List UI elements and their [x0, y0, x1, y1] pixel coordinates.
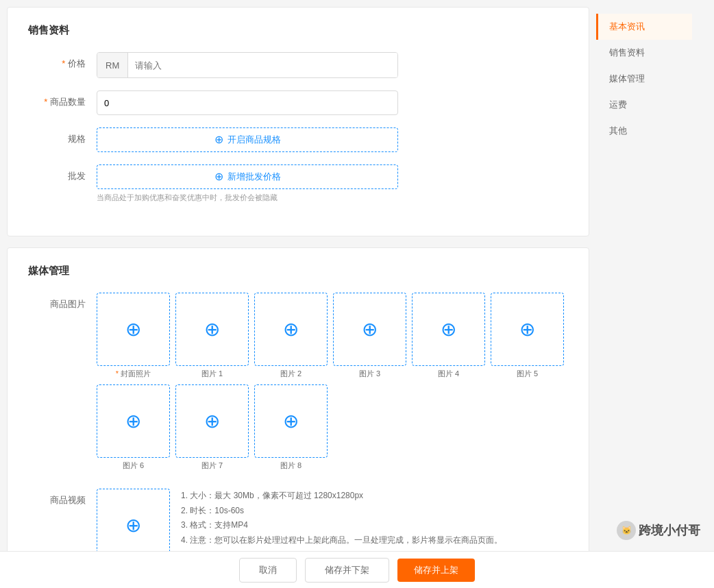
video-info-2: 2. 时长：10s-60s [181, 504, 568, 519]
image-item-0: ⊕ 封面照片 [97, 293, 170, 379]
image-upload-1[interactable]: ⊕ [175, 293, 249, 366]
watermark-text: 跨境小付哥 [639, 522, 700, 539]
image-label-2: 图片 2 [254, 369, 328, 379]
image-item-5: ⊕ 图片 5 [491, 293, 564, 379]
sidebar-nav: 基本资讯 销售资料 媒体管理 运费 其他 [596, 14, 692, 144]
quantity-label: 商品数量 [28, 90, 97, 108]
publish-button[interactable]: 储存并上架 [397, 559, 475, 582]
price-input[interactable] [128, 53, 397, 77]
image-item-3: ⊕ 图片 3 [333, 293, 406, 379]
save-button[interactable]: 储存并下架 [305, 558, 389, 583]
quantity-row: 商品数量 [28, 90, 568, 115]
image-upload-7[interactable]: ⊕ [175, 384, 249, 458]
price-row: 价格 RM [28, 52, 568, 78]
image-upload-6[interactable]: ⊕ [97, 384, 170, 458]
images-row: 商品图片 ⊕ 封面照片 ⊕ 图片 1 ⊕ [28, 293, 568, 476]
image-label-8: 图片 8 [254, 461, 328, 471]
wholesale-btn-label: 新增批发价格 [227, 171, 281, 183]
video-info-3: 3. 格式：支持MP4 [181, 518, 568, 533]
open-spec-button[interactable]: ⊕ 开启商品规格 [97, 127, 398, 152]
image-upload-8[interactable]: ⊕ [254, 384, 328, 458]
sidebar: 基本资讯 销售资料 媒体管理 运费 其他 [596, 7, 692, 588]
image-item-4: ⊕ 图片 4 [412, 293, 485, 379]
sidebar-item-media[interactable]: 媒体管理 [596, 66, 692, 92]
cancel-button[interactable]: 取消 [239, 558, 297, 583]
bottom-bar: 取消 储存并下架 储存并上架 [0, 551, 714, 588]
image-item-7: ⊕ 图片 7 [175, 384, 249, 471]
image-upload-5[interactable]: ⊕ [491, 293, 564, 366]
spec-plus-icon: ⊕ [214, 134, 223, 145]
quantity-input[interactable] [97, 90, 398, 115]
wholesale-label: 批发 [28, 164, 97, 182]
spec-btn-label: 开启商品规格 [227, 134, 281, 146]
sales-title: 销售资料 [28, 24, 568, 37]
images-label: 商品图片 [28, 293, 97, 310]
sidebar-item-basic[interactable]: 基本资讯 [596, 14, 692, 40]
sidebar-item-other[interactable]: 其他 [596, 118, 692, 144]
add-wholesale-button[interactable]: ⊕ 新增批发价格 [97, 164, 398, 189]
wholesale-control: ⊕ 新增批发价格 当商品处于加购优惠和奋奖优惠中时，批发价会被隐藏 [97, 164, 568, 203]
image-item-1: ⊕ 图片 1 [175, 293, 249, 379]
sidebar-label-sales: 销售资料 [609, 47, 645, 58]
price-prefix: RM [97, 53, 128, 77]
image-label-7: 图片 7 [175, 461, 249, 471]
image-label-5: 图片 5 [491, 369, 564, 379]
media-section: 媒体管理 商品图片 ⊕ 封面照片 ⊕ 图片 1 [7, 247, 589, 588]
spec-label: 规格 [28, 127, 97, 145]
watermark-icon: 🐱 [617, 521, 636, 540]
media-title: 媒体管理 [28, 265, 568, 278]
sales-section: 销售资料 价格 RM 商品数量 规格 [7, 7, 589, 236]
quantity-control [97, 90, 568, 115]
image-grid-row-2: ⊕ 图片 6 ⊕ 图片 7 ⊕ 图片 8 [97, 384, 568, 471]
video-label: 商品视频 [28, 489, 97, 506]
price-label: 价格 [28, 52, 97, 70]
wholesale-plus-icon: ⊕ [214, 171, 223, 182]
price-input-group: RM [97, 52, 398, 78]
image-item-8: ⊕ 图片 8 [254, 384, 328, 471]
sidebar-label-basic: 基本资讯 [609, 21, 645, 32]
video-info-1: 1. 大小：最大 30Mb，像素不可超过 1280x1280px [181, 489, 568, 504]
image-upload-0[interactable]: ⊕ [97, 293, 170, 366]
image-label-4: 图片 4 [412, 369, 485, 379]
images-control: ⊕ 封面照片 ⊕ 图片 1 ⊕ 图片 2 ⊕ 图 [97, 293, 568, 476]
image-upload-2[interactable]: ⊕ [254, 293, 328, 366]
video-info-4: 4. 注意：您可以在影片处理过程中上架此商品。一旦处理完成，影片将显示在商品页面… [181, 533, 568, 548]
spec-row: 规格 ⊕ 开启商品规格 [28, 127, 568, 152]
sidebar-label-shipping: 运费 [609, 99, 627, 110]
wholesale-row: 批发 ⊕ 新增批发价格 当商品处于加购优惠和奋奖优惠中时，批发价会被隐藏 [28, 164, 568, 203]
sidebar-label-other: 其他 [609, 125, 627, 136]
price-control: RM [97, 52, 568, 78]
image-item-6: ⊕ 图片 6 [97, 384, 170, 471]
sidebar-item-sales[interactable]: 销售资料 [596, 40, 692, 66]
image-label-3: 图片 3 [333, 369, 406, 379]
image-item-2: ⊕ 图片 2 [254, 293, 328, 379]
video-info: 1. 大小：最大 30Mb，像素不可超过 1280x1280px 2. 时长：1… [181, 489, 568, 548]
image-label-0: 封面照片 [97, 369, 170, 379]
image-label-6: 图片 6 [97, 461, 170, 471]
spec-control: ⊕ 开启商品规格 [97, 127, 568, 152]
image-upload-4[interactable]: ⊕ [412, 293, 485, 366]
wholesale-hint: 当商品处于加购优惠和奋奖优惠中时，批发价会被隐藏 [97, 193, 568, 203]
watermark: 🐱 跨境小付哥 [617, 521, 700, 540]
image-upload-3[interactable]: ⊕ [333, 293, 406, 366]
image-label-1: 图片 1 [175, 369, 249, 379]
sidebar-item-shipping[interactable]: 运费 [596, 92, 692, 118]
image-grid-row-1: ⊕ 封面照片 ⊕ 图片 1 ⊕ 图片 2 ⊕ 图 [97, 293, 568, 379]
sidebar-label-media: 媒体管理 [609, 73, 645, 84]
